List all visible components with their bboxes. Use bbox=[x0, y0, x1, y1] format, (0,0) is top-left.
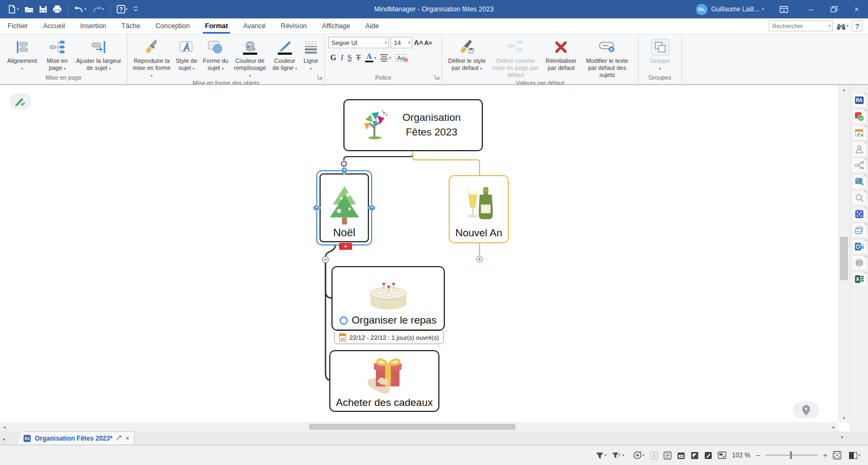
outlook-icon[interactable] bbox=[852, 239, 867, 254]
search-input[interactable] bbox=[769, 23, 828, 29]
font-name-combobox[interactable]: Segoe UI ▾ bbox=[328, 37, 389, 48]
tab-close-icon[interactable]: × bbox=[125, 435, 129, 442]
vertical-scroll-thumb[interactable] bbox=[840, 237, 848, 280]
close-button[interactable]: × bbox=[845, 0, 868, 18]
fill-color-button[interactable]: Couleur de remplissage ▾ bbox=[231, 37, 269, 80]
scroll-down-arrow[interactable]: ▾ bbox=[838, 416, 850, 421]
alignment-button[interactable]: Alignement▾ bbox=[3, 37, 41, 73]
topic-organiser-le-repas[interactable]: Organiser le repas bbox=[331, 266, 445, 331]
power-filter-button[interactable]: ▾ bbox=[612, 452, 624, 459]
dialog-launcher-icon[interactable] bbox=[317, 72, 323, 82]
text-case-button[interactable]: Aa bbox=[395, 54, 408, 62]
tab-revision[interactable]: Révision bbox=[273, 18, 315, 34]
index-icon[interactable] bbox=[852, 93, 867, 108]
topic-noel-selection[interactable]: Noël + + + + bbox=[316, 170, 372, 246]
tags-toggle[interactable] bbox=[691, 451, 699, 460]
dialog-launcher-icon[interactable] bbox=[435, 72, 440, 82]
map-canvas[interactable]: Organisation Fêtes 2023 Noël + + + + bbox=[0, 85, 838, 423]
task-progress-icon[interactable] bbox=[340, 317, 348, 325]
scroll-left-arrow[interactable]: ◂ bbox=[0, 424, 9, 430]
chevron-down-icon[interactable]: ▾ bbox=[762, 7, 764, 11]
panels-button[interactable]: ▾ bbox=[849, 452, 860, 459]
help-button[interactable]: ? bbox=[852, 21, 863, 31]
new-document-button[interactable]: ▾ bbox=[5, 3, 21, 15]
task-info-toggle[interactable]: 24 bbox=[677, 451, 685, 460]
horizontal-scrollbar[interactable]: ◂ ▸ bbox=[0, 422, 838, 431]
notes-toggle[interactable] bbox=[663, 451, 672, 460]
slides-toggle[interactable] bbox=[718, 451, 726, 459]
add-tag-marker[interactable]: + bbox=[339, 243, 352, 250]
zoom-in-button[interactable]: + bbox=[823, 451, 827, 460]
tab-insertion[interactable]: Insertion bbox=[73, 18, 114, 34]
tab-avance[interactable]: Avancé bbox=[235, 18, 273, 34]
tab-fichier[interactable]: Fichier bbox=[0, 18, 36, 34]
scroll-right-arrow[interactable]: ▸ bbox=[829, 424, 838, 430]
filter-button[interactable]: ▾ bbox=[596, 452, 607, 459]
capture-icon[interactable] bbox=[852, 206, 867, 222]
topic-noel[interactable]: Noël bbox=[320, 173, 369, 242]
minimize-button[interactable]: – bbox=[800, 0, 822, 18]
italic-button[interactable]: I bbox=[341, 54, 343, 62]
strikethrough-button[interactable]: T bbox=[356, 54, 361, 62]
topic-shape-button[interactable]: Forme du sujet ▾ bbox=[200, 37, 231, 73]
markers-toggle[interactable] bbox=[704, 451, 712, 460]
task-calendar-icon[interactable] bbox=[852, 125, 867, 140]
save-button[interactable] bbox=[37, 4, 49, 15]
chevron-down-icon[interactable]: ▾ bbox=[385, 41, 388, 45]
ribbon-display-options-button[interactable] bbox=[773, 0, 795, 18]
line-color-button[interactable]: Couleur de ligne ▾ bbox=[269, 37, 301, 73]
underline-button[interactable]: S bbox=[348, 54, 352, 62]
map-parts-icon[interactable] bbox=[852, 158, 867, 173]
search-map-button[interactable]: ▾ bbox=[836, 22, 848, 30]
open-button[interactable] bbox=[22, 4, 36, 15]
document-tab[interactable]: Organisation Fêtes 2023* × bbox=[17, 431, 135, 444]
zoom-slider[interactable] bbox=[765, 451, 818, 459]
snippets-icon[interactable] bbox=[852, 223, 867, 238]
redo-button[interactable]: ▾ bbox=[90, 4, 106, 15]
central-topic[interactable]: Organisation Fêtes 2023 bbox=[343, 99, 483, 151]
adjust-topic-width-button[interactable]: Ajuster la largeur de sujet ▾ bbox=[74, 37, 124, 73]
scroll-up-arrow[interactable]: ▴ bbox=[838, 87, 850, 92]
font-size-combobox[interactable]: 14 ▾ bbox=[391, 37, 412, 48]
font-color-button[interactable]: A ▾ bbox=[365, 53, 376, 62]
search-icon[interactable] bbox=[852, 190, 867, 205]
topic-nouvel-an[interactable]: Nouvel An bbox=[449, 175, 509, 243]
print-button[interactable] bbox=[50, 4, 64, 15]
horizontal-scroll-thumb[interactable] bbox=[309, 424, 515, 430]
set-default-style-button[interactable]: Définir le style par defaut ▾ bbox=[445, 37, 488, 73]
edit-mode-indicator[interactable] bbox=[10, 93, 31, 109]
tab-scroll-right-arrow[interactable]: ▸ bbox=[839, 434, 846, 442]
user-avatar[interactable]: GL bbox=[696, 4, 707, 15]
marker-check-icon[interactable] bbox=[852, 109, 867, 124]
customize-toolbar-button[interactable] bbox=[131, 4, 141, 14]
topic-acheter-des-cadeaux[interactable]: Acheter des cadeaux bbox=[329, 350, 439, 412]
tab-tache[interactable]: Tâche bbox=[114, 18, 148, 34]
zoom-out-button[interactable]: − bbox=[756, 451, 760, 460]
tab-format[interactable]: Format bbox=[197, 18, 235, 34]
tab-conception[interactable]: Conception bbox=[148, 18, 197, 34]
restore-button[interactable] bbox=[822, 0, 845, 18]
copy-format-button[interactable]: Reproduire la mise en forme ▾ bbox=[131, 37, 173, 80]
tab-accueil[interactable]: Accueil bbox=[36, 18, 73, 34]
zoom-slider-thumb[interactable] bbox=[790, 451, 792, 459]
web-icon[interactable] bbox=[852, 255, 867, 270]
tab-scroll-left-arrow[interactable]: ◂ bbox=[0, 436, 8, 444]
shrink-font-button[interactable]: A˅ bbox=[424, 40, 432, 46]
line-button[interactable]: Ligne▾ bbox=[301, 37, 321, 73]
user-name[interactable]: Guillaume Laill... bbox=[711, 5, 760, 13]
resources-icon[interactable] bbox=[852, 141, 867, 157]
edit-default-topic-text-button[interactable]: Modifier le texte par défaut des sujets bbox=[579, 37, 635, 80]
vertical-scrollbar[interactable]: ▴ ▾ bbox=[838, 85, 850, 423]
help-button[interactable]: ? ▾ bbox=[114, 3, 130, 15]
fit-map-button[interactable] bbox=[833, 451, 841, 460]
topic-style-button[interactable]: A Style de sujet ▾ bbox=[173, 37, 200, 73]
grow-font-button[interactable]: A˄ bbox=[414, 38, 423, 47]
reset-default-button[interactable]: Réinitialiser par défaut bbox=[542, 37, 579, 73]
chevron-down-icon[interactable]: ▾ bbox=[828, 24, 833, 28]
tab-affichage[interactable]: Affichage bbox=[315, 18, 358, 34]
detail-level-button[interactable]: ▾ bbox=[633, 451, 645, 460]
tab-aide[interactable]: Aide bbox=[358, 18, 386, 34]
text-align-button[interactable]: ▾ bbox=[380, 54, 391, 62]
layout-button[interactable]: Mise en page ▾ bbox=[41, 37, 74, 73]
images-icon[interactable] bbox=[852, 174, 867, 189]
